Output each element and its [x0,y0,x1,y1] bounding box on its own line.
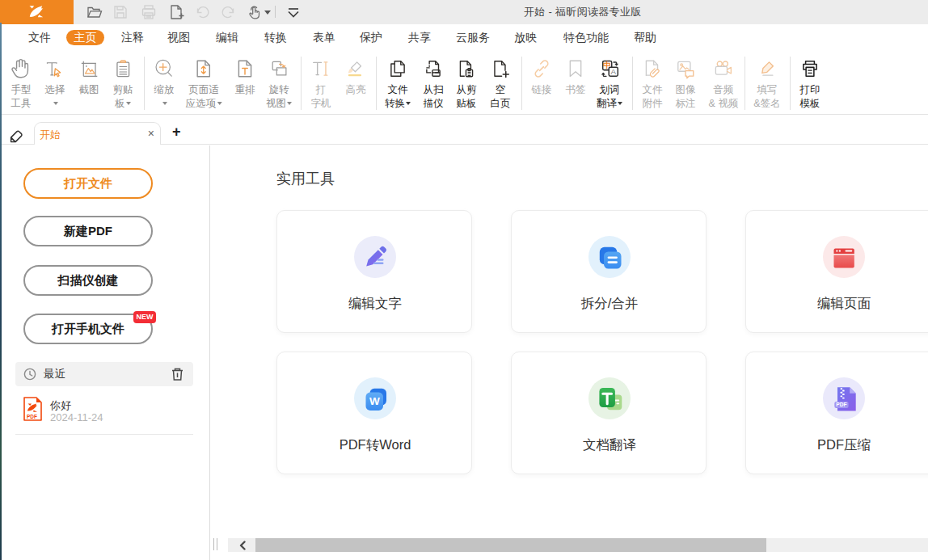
svg-text:PDF: PDF [27,414,37,419]
svg-text:W: W [369,395,380,407]
svg-text:PDF: PDF [836,402,846,407]
svg-text:A: A [611,67,617,76]
